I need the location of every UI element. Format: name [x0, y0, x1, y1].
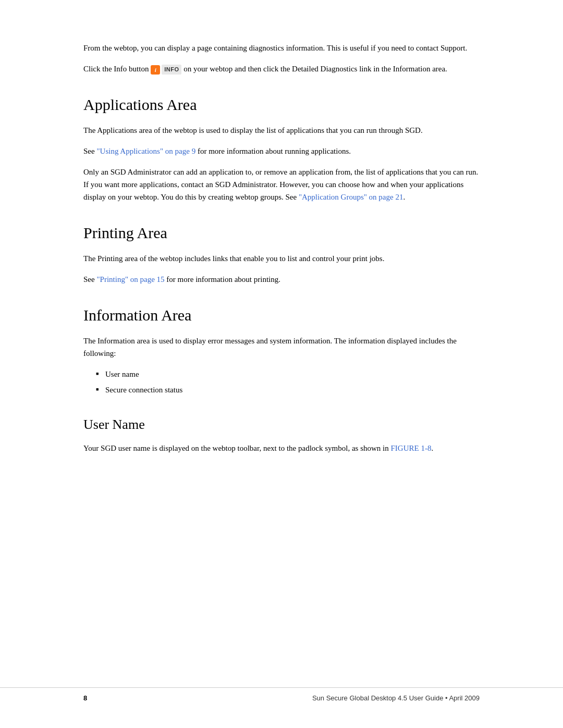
page-footer: 8 Sun Secure Global Desktop 4.5 User Gui… [0, 687, 563, 702]
applications-para3-prefix: Only an SGD Administrator can add an app… [83, 168, 478, 201]
footer-page-number: 8 [83, 694, 87, 702]
using-applications-link[interactable]: "Using Applications" on page 9 [96, 147, 195, 155]
application-groups-link[interactable]: "Application Groups" on page 21 [299, 193, 403, 201]
figure-1-8-link[interactable]: FIGURE 1-8 [390, 444, 431, 452]
user-name-heading: User Name [83, 417, 480, 433]
applications-area-heading: Applications Area [83, 96, 480, 114]
page-container: From the webtop, you can display a page … [0, 0, 563, 728]
applications-para1: The Applications area of the webtop is u… [83, 124, 480, 137]
list-item: Secure connection status [96, 384, 480, 396]
user-name-para1: Your SGD user name is displayed on the w… [83, 442, 480, 454]
applications-para3-suffix: . [403, 193, 405, 201]
printing-para1: The Printing area of the webtop includes… [83, 252, 480, 265]
information-area-heading: Information Area [83, 306, 480, 324]
applications-para3: Only an SGD Administrator can add an app… [83, 166, 480, 203]
printing-para2: See "Printing" on page 15 for more infor… [83, 273, 480, 286]
printing-para2-suffix: for more information about printing. [165, 275, 280, 283]
intro-para1: From the webtop, you can display a page … [83, 42, 480, 54]
info-icon: i [151, 65, 160, 75]
printing-area-heading: Printing Area [83, 224, 480, 242]
printing-link[interactable]: "Printing" on page 15 [96, 275, 164, 283]
applications-para2-prefix: See [83, 147, 96, 155]
intro-para2-prefix: Click the Info button [83, 65, 149, 73]
footer-book-title: Sun Secure Global Desktop 4.5 User Guide… [312, 694, 480, 702]
applications-para2-suffix: for more information about running appli… [195, 147, 351, 155]
user-name-para1-suffix: . [431, 444, 433, 452]
user-name-para1-prefix: Your SGD user name is displayed on the w… [83, 444, 390, 452]
intro-para2-suffix: on your webtop and then click the Detail… [183, 65, 447, 73]
info-label: INFO [162, 65, 181, 75]
info-button-inline: i INFO [151, 65, 181, 75]
intro-para2: Click the Info button i INFO on your web… [83, 63, 480, 75]
information-bullet-list: User nameSecure connection status [96, 368, 480, 396]
information-para1: The Information area is used to display … [83, 335, 480, 360]
applications-para2: See "Using Applications" on page 9 for m… [83, 145, 480, 157]
printing-para2-prefix: See [83, 275, 96, 283]
list-item: User name [96, 368, 480, 380]
